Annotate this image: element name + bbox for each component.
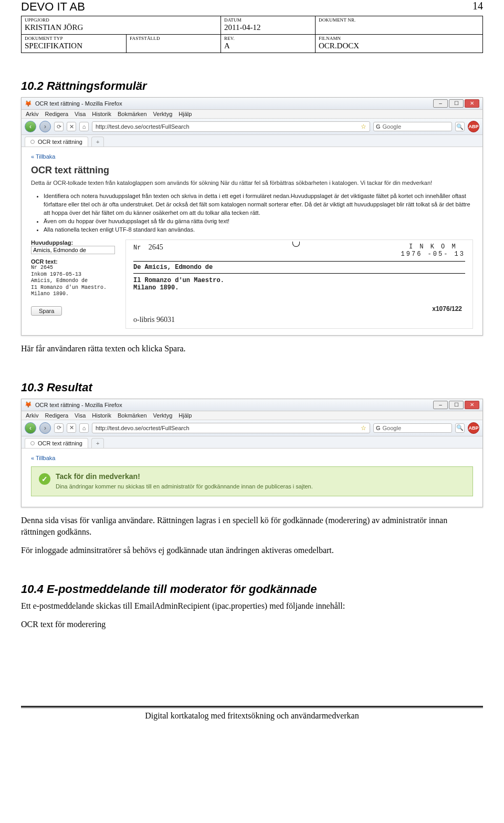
home-button[interactable]: ⌂ xyxy=(79,423,89,433)
menu-hjalp[interactable]: Hjälp xyxy=(178,412,192,419)
search-box[interactable]: G Google xyxy=(373,122,452,131)
close-button[interactable]: ✕ xyxy=(465,401,479,409)
menu-verktyg[interactable]: Verktyg xyxy=(153,111,173,117)
menu-arkiv[interactable]: Arkiv xyxy=(26,111,38,117)
card-pager: x1076/122 xyxy=(432,305,462,312)
success-heading: Tack för din medverkan! xyxy=(56,472,313,481)
search-lens-icon[interactable]: 🔍 xyxy=(455,122,465,131)
docnum-label: DOKUMENT NR. xyxy=(319,17,479,23)
bookmark-star-icon[interactable]: ☆ xyxy=(361,123,366,130)
window-title: OCR text rättning - Mozilla Firefox xyxy=(35,402,430,408)
search-placeholder: Google xyxy=(383,425,401,431)
address-bar[interactable]: http://test.devo.se/ocrtest/FullSearch ☆ xyxy=(92,423,370,433)
url-text: http://test.devo.se/ocrtest/FullSearch xyxy=(96,123,190,130)
card-handwriting: o-libris 96031 xyxy=(133,316,175,324)
huvuduppslag-label: Huvuduppslag: xyxy=(31,239,120,246)
page-heading: OCR text rättning xyxy=(31,165,473,176)
back-link[interactable]: « Tillbaka xyxy=(31,153,55,160)
heading-10-4: 10.4 E-postmeddelande till moderator för… xyxy=(21,582,483,596)
new-tab-button[interactable]: + xyxy=(91,438,104,448)
list-item: Även om du hoppar över huvuduppslaget så… xyxy=(44,217,473,226)
menu-historik[interactable]: Historik xyxy=(92,111,111,117)
back-link[interactable]: « Tillbaka xyxy=(31,455,55,461)
maximize-button[interactable]: ☐ xyxy=(449,99,464,108)
reload-button[interactable]: ⟳ xyxy=(54,122,64,131)
back-button[interactable]: ‹ xyxy=(25,422,36,434)
save-button[interactable]: Spara xyxy=(31,306,62,316)
close-button[interactable]: ✕ xyxy=(465,99,479,108)
page-number: 14 xyxy=(472,0,483,12)
browser-tab[interactable]: OCR text rättning xyxy=(25,438,88,448)
menu-bar[interactable]: Arkiv Redigera Visa Historik Bokmärken V… xyxy=(22,411,482,420)
huvuduppslag-input[interactable] xyxy=(31,246,115,254)
browser-tab[interactable]: OCR text rättning xyxy=(25,137,88,147)
tab-favicon xyxy=(30,140,35,144)
new-tab-button[interactable]: + xyxy=(91,137,104,147)
forward-button[interactable]: › xyxy=(39,422,51,434)
menu-bokmarken[interactable]: Bokmärken xyxy=(118,412,147,419)
tab-label: OCR text rättning xyxy=(38,440,82,446)
card-inkom-label: I N K O M xyxy=(401,243,465,251)
author-value: KRISTIAN JÖRG xyxy=(25,23,217,32)
home-button[interactable]: ⌂ xyxy=(79,122,89,131)
list-item: Alla nationella tecken enligt UTF-8 stan… xyxy=(44,226,473,234)
tab-label: OCR text rättning xyxy=(38,139,82,145)
screenshot-form: 🦊 OCR text rättning - Mozilla Firefox – … xyxy=(21,97,483,336)
card-place: Milano 1890. xyxy=(133,284,178,291)
google-icon: G xyxy=(376,425,381,431)
doctype-value: SPECIFIKATION xyxy=(25,41,123,50)
menu-historik[interactable]: Historik xyxy=(92,412,111,419)
date-label: DATUM xyxy=(224,17,312,23)
minimize-button[interactable]: – xyxy=(433,401,448,409)
forward-button[interactable]: › xyxy=(39,121,51,132)
adblock-icon[interactable]: ABP xyxy=(468,121,479,132)
card-author: De Amicis, Edmondo de xyxy=(133,264,213,271)
window-title: OCR text rättning - Mozilla Firefox xyxy=(35,100,430,107)
minimize-button[interactable]: – xyxy=(433,99,448,108)
text-10-3-body2: För inloggade adminsitratörer så behövs … xyxy=(21,545,483,556)
reload-button[interactable]: ⟳ xyxy=(54,423,64,433)
firefox-icon: 🦊 xyxy=(25,401,32,408)
author-label: UPPGJORD xyxy=(25,17,217,23)
menu-arkiv[interactable]: Arkiv xyxy=(26,412,38,419)
address-bar[interactable]: http://test.devo.se/ocrtest/FullSearch ☆ xyxy=(92,121,370,132)
filename-value: OCR.DOCX xyxy=(319,41,479,50)
stop-button[interactable]: ✕ xyxy=(67,423,76,433)
catalog-card-image: Nr 2645 I N K O M 1976 -05- 13 De Amicis… xyxy=(125,239,473,329)
text-10-4-sub: OCR text för moderering xyxy=(21,619,483,630)
bookmark-star-icon[interactable]: ☆ xyxy=(361,424,366,432)
menu-visa[interactable]: Visa xyxy=(75,412,86,419)
stop-button[interactable]: ✕ xyxy=(67,122,76,131)
company-name: DEVO IT AB xyxy=(21,0,483,15)
footer-text: Digital kortkatalog med fritextsökning o… xyxy=(0,708,504,728)
footer-rule xyxy=(21,706,483,707)
firefox-icon: 🦊 xyxy=(25,100,32,107)
ocr-text-label: OCR text: xyxy=(31,258,120,265)
success-body: Dina ändringar kommer nu skickas till en… xyxy=(56,483,313,491)
menu-verktyg[interactable]: Verktyg xyxy=(153,412,173,419)
card-nr-value: 2645 xyxy=(149,243,163,251)
rev-label: REV. xyxy=(224,36,312,41)
menu-redigera[interactable]: Redigera xyxy=(45,412,68,419)
search-box[interactable]: G Google xyxy=(373,423,452,433)
screenshot-result: 🦊 OCR text rättning - Mozilla Firefox – … xyxy=(21,399,483,507)
menu-bar[interactable]: Arkiv Redigera Visa Historik Bokmärken V… xyxy=(22,110,482,119)
back-button[interactable]: ‹ xyxy=(25,121,36,132)
menu-hjalp[interactable]: Hjälp xyxy=(178,111,192,117)
intro-text: Detta är OCR-tolkade texten från katalog… xyxy=(31,179,473,187)
document-meta-box: UPPGJORD KRISTIAN JÖRG DATUM 2011-04-12 … xyxy=(21,16,483,53)
docnum-value xyxy=(319,23,479,32)
maximize-button[interactable]: ☐ xyxy=(449,401,464,409)
date-value: 2011-04-12 xyxy=(224,23,312,32)
menu-visa[interactable]: Visa xyxy=(75,111,86,117)
search-lens-icon[interactable]: 🔍 xyxy=(455,423,465,433)
faststalld-value xyxy=(130,41,217,50)
text-10-2-body: Här får användaren rätta texten och klic… xyxy=(21,343,483,355)
menu-redigera[interactable]: Redigera xyxy=(45,111,68,117)
text-10-3-body1: Denna sida visas för vanliga användare. … xyxy=(21,515,483,537)
filename-label: FILNAMN xyxy=(319,36,479,41)
adblock-icon[interactable]: ABP xyxy=(468,422,479,434)
menu-bokmarken[interactable]: Bokmärken xyxy=(118,111,147,117)
heading-10-3: 10.3 Resultat xyxy=(21,381,483,394)
google-icon: G xyxy=(376,123,381,130)
